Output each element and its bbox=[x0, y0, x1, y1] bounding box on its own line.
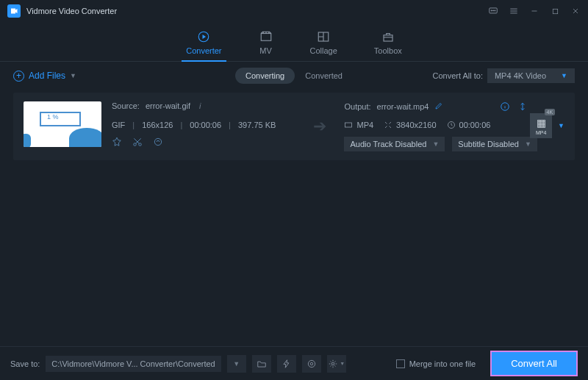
menu-icon[interactable] bbox=[509, 6, 519, 16]
svg-rect-8 bbox=[384, 35, 392, 41]
convert-all-button[interactable]: Convert All bbox=[490, 351, 578, 376]
status-segmented: Converting Converted bbox=[235, 68, 353, 84]
enhance-icon[interactable] bbox=[153, 137, 163, 149]
svg-rect-4 bbox=[553, 9, 557, 13]
format-label: MP4 bbox=[536, 130, 546, 135]
audio-label: Audio Track Disabled bbox=[350, 140, 426, 148]
toolbar: + Add Files ▼ Converting Converted Conve… bbox=[0, 62, 588, 90]
add-files-label: Add Files bbox=[29, 71, 65, 81]
cut-icon[interactable] bbox=[132, 137, 143, 149]
convert-all-to-label: Convert All to: bbox=[432, 71, 482, 80]
minimize-icon[interactable] bbox=[529, 6, 539, 16]
add-files-button[interactable]: + Add Files ▼ bbox=[13, 71, 76, 82]
chevron-down-icon: ▼ bbox=[561, 72, 567, 79]
thumbnail[interactable]: 1 % bbox=[24, 101, 101, 147]
chevron-down-icon: ▼ bbox=[233, 360, 240, 368]
format-selected: MP4 4K Video bbox=[495, 71, 546, 80]
task-schedule-button[interactable] bbox=[302, 355, 321, 373]
edit-icon[interactable] bbox=[112, 137, 122, 149]
svg-point-15 bbox=[308, 360, 315, 367]
path-text: C:\Vidmore\Vidmore V... Converter\Conver… bbox=[51, 359, 215, 368]
src-duration: 00:00:06 bbox=[190, 121, 221, 129]
merge-checkbox[interactable] bbox=[396, 359, 405, 368]
chevron-down-icon: ▼ bbox=[558, 122, 564, 129]
film-icon: ▦ bbox=[537, 117, 546, 129]
tab-label: Converter bbox=[186, 46, 221, 55]
svg-point-17 bbox=[332, 362, 335, 365]
seg-converting[interactable]: Converting bbox=[235, 68, 295, 84]
tab-label: MV bbox=[259, 46, 272, 55]
info-icon[interactable]: i bbox=[199, 101, 201, 110]
arrow-icon: ➔ bbox=[313, 117, 334, 136]
out-duration: 00:00:06 bbox=[459, 121, 491, 129]
path-dropdown-button[interactable]: ▼ bbox=[227, 355, 246, 373]
svg-point-16 bbox=[310, 362, 313, 365]
merge-label: Merge into one file bbox=[409, 359, 476, 368]
quality-badge: 4K bbox=[545, 109, 556, 115]
svg-point-3 bbox=[495, 10, 495, 11]
out-dims: 3840x2160 bbox=[396, 121, 436, 129]
hardware-accel-button[interactable] bbox=[277, 355, 296, 373]
audio-track-dropdown[interactable]: Audio Track Disabled▼ bbox=[344, 137, 445, 151]
out-codec: MP4 bbox=[356, 121, 373, 129]
main-tabs: Converter MV Collage Toolbox bbox=[0, 22, 588, 62]
tab-toolbox[interactable]: Toolbox bbox=[374, 30, 402, 61]
svg-point-2 bbox=[492, 10, 493, 11]
app-logo bbox=[7, 4, 21, 18]
save-path-field[interactable]: C:\Vidmore\Vidmore V... Converter\Conver… bbox=[46, 356, 220, 372]
src-dims: 166x126 bbox=[142, 121, 173, 129]
tab-label: Collage bbox=[310, 46, 337, 55]
tab-label: Toolbox bbox=[374, 46, 402, 55]
close-icon[interactable] bbox=[570, 6, 581, 16]
chevron-down-icon: ▼ bbox=[525, 140, 531, 148]
tab-collage[interactable]: Collage bbox=[310, 30, 337, 61]
info-circle-icon[interactable] bbox=[500, 101, 510, 114]
settings-button[interactable]: ▼ bbox=[327, 355, 346, 373]
output-format-button[interactable]: 4K ▦ MP4 ▼ bbox=[530, 113, 564, 138]
svg-rect-6 bbox=[261, 34, 271, 41]
maximize-icon[interactable] bbox=[550, 6, 560, 16]
compress-icon[interactable] bbox=[517, 101, 528, 114]
subtitle-dropdown[interactable]: Subtitle Disabled▼ bbox=[452, 137, 537, 151]
output-label: Output: bbox=[344, 102, 370, 111]
chevron-down-icon: ▼ bbox=[432, 140, 439, 148]
seg-converted[interactable]: Converted bbox=[295, 68, 353, 84]
file-item: 1 % Source: error-wait.gif i GIF| 166x12… bbox=[13, 93, 575, 160]
src-codec: GIF bbox=[112, 121, 125, 129]
source-label: Source: bbox=[112, 101, 140, 110]
tab-converter[interactable]: Converter bbox=[186, 30, 221, 61]
plus-icon: + bbox=[13, 71, 24, 82]
src-size: 397.75 KB bbox=[238, 121, 276, 129]
footer: Save to: C:\Vidmore\Vidmore V... Convert… bbox=[0, 346, 588, 380]
svg-rect-12 bbox=[345, 123, 352, 127]
titlebar: Vidmore Video Converter bbox=[0, 0, 588, 22]
tab-mv[interactable]: MV bbox=[259, 30, 273, 61]
source-name: error-wait.gif bbox=[146, 101, 190, 110]
output-name: error-wait.mp4 bbox=[377, 102, 429, 111]
chevron-down-icon: ▼ bbox=[340, 361, 345, 366]
subtitle-label: Subtitle Disabled bbox=[458, 140, 519, 148]
svg-point-1 bbox=[491, 10, 492, 11]
chevron-down-icon: ▼ bbox=[70, 72, 76, 79]
format-dropdown[interactable]: MP4 4K Video ▼ bbox=[487, 68, 575, 83]
app-title: Vidmore Video Converter bbox=[26, 7, 117, 15]
feedback-icon[interactable] bbox=[488, 6, 498, 16]
save-to-label: Save to: bbox=[10, 359, 40, 368]
rename-icon[interactable] bbox=[434, 101, 443, 112]
svg-point-11 bbox=[154, 138, 161, 145]
open-folder-button[interactable] bbox=[252, 355, 271, 373]
